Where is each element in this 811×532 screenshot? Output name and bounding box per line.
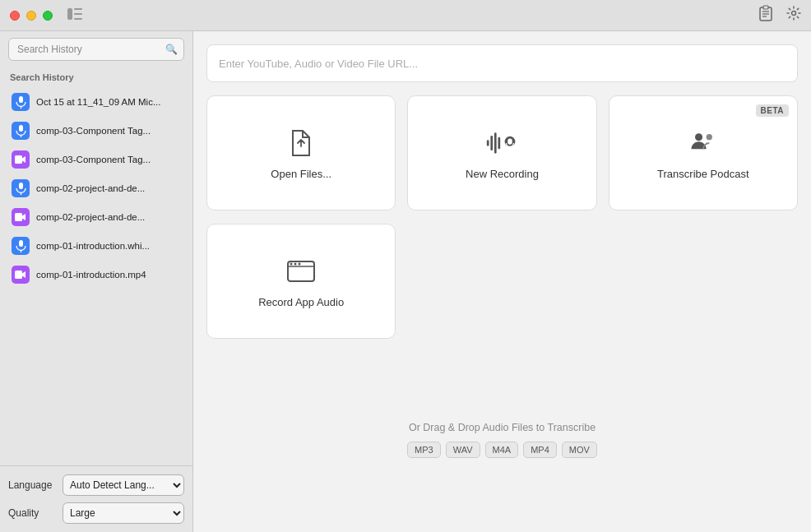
record-app-audio-label: Record App Audio	[258, 296, 344, 308]
sidebar-bottom: Language Auto Detect Lang...EnglishSpani…	[0, 465, 192, 532]
svg-rect-17	[15, 213, 22, 221]
app-window-icon	[285, 255, 317, 288]
svg-rect-21	[487, 140, 489, 146]
close-button[interactable]	[10, 11, 20, 21]
app-icon	[12, 179, 30, 197]
history-item-text: comp-01-introduction.whi...	[36, 241, 181, 251]
svg-point-35	[299, 262, 301, 265]
svg-rect-15	[19, 183, 23, 189]
mic-waveform-icon	[485, 127, 518, 160]
language-select[interactable]: Auto Detect Lang...EnglishSpanishFrenchG…	[63, 474, 184, 496]
url-input-wrap	[206, 44, 798, 82]
empty-card-2	[609, 224, 798, 339]
svg-rect-5	[763, 6, 768, 9]
gear-icon[interactable]	[786, 6, 801, 25]
app-icon	[12, 93, 30, 111]
svg-point-33	[290, 262, 293, 265]
app-icon	[12, 150, 30, 169]
app-icon	[12, 122, 30, 140]
format-badge: MOV	[562, 442, 597, 458]
open-files-label: Open Files...	[271, 168, 331, 180]
svg-rect-2	[74, 13, 82, 15]
cards-row-1: Open Files... New Recording	[206, 95, 798, 210]
history-list: Oct 15 at 11_41_09 AM Mic... comp-03-Com…	[0, 86, 192, 465]
search-input[interactable]	[8, 38, 184, 61]
drag-drop-text: Or Drag & Drop Audio Files to Transcribe	[409, 422, 596, 433]
svg-rect-23	[494, 132, 497, 153]
quality-label: Quality	[8, 507, 56, 519]
svg-rect-20	[15, 271, 22, 279]
sidebar: 🔍 Search History Oct 15 at 11_41_09 AM M…	[0, 31, 193, 532]
search-history-label: Search History	[0, 67, 192, 86]
file-icon	[285, 127, 317, 160]
format-badge: M4A	[485, 442, 519, 458]
svg-point-9	[792, 12, 796, 16]
history-item-text: comp-02-project-and-de...	[36, 212, 181, 222]
app-icon	[12, 208, 30, 226]
history-item-text: Oct 15 at 11_41_09 AM Mic...	[36, 97, 181, 107]
format-badge: MP4	[523, 442, 557, 458]
svg-rect-24	[498, 136, 501, 149]
quality-select[interactable]: TinyBaseSmallMediumLarge	[63, 502, 184, 524]
search-bar: 🔍	[8, 38, 184, 61]
transcribe-podcast-label: Transcribe Podcast	[657, 168, 749, 180]
drag-drop-area: Or Drag & Drop Audio Files to Transcribe…	[206, 352, 798, 519]
sidebar-toggle-button[interactable]	[67, 8, 82, 23]
svg-rect-10	[19, 96, 23, 103]
history-item-text: comp-03-Component Tag...	[36, 126, 181, 136]
svg-rect-14	[15, 155, 22, 164]
svg-rect-12	[19, 125, 23, 132]
transcribe-podcast-card[interactable]: BETA Transcribe Podcast	[609, 95, 798, 210]
history-item[interactable]: comp-03-Component Tag...	[3, 146, 189, 173]
history-item[interactable]: comp-02-project-and-de...	[3, 203, 189, 231]
podcast-icon	[687, 127, 720, 160]
open-files-card[interactable]: Open Files...	[206, 95, 396, 210]
language-label: Language	[8, 479, 56, 491]
empty-card-1	[407, 224, 596, 339]
svg-rect-3	[74, 18, 82, 20]
titlebar-actions	[758, 5, 801, 25]
quality-control: Quality TinyBaseSmallMediumLarge	[8, 502, 184, 524]
svg-rect-22	[491, 135, 494, 150]
history-item[interactable]: Oct 15 at 11_41_09 AM Mic...	[3, 88, 189, 116]
svg-rect-1	[74, 8, 82, 10]
history-item[interactable]: comp-02-project-and-de...	[3, 174, 189, 202]
beta-badge: BETA	[756, 104, 789, 117]
history-item-text: comp-01-introduction.mp4	[36, 270, 181, 280]
new-recording-card[interactable]: New Recording	[407, 95, 596, 210]
history-item[interactable]: comp-01-introduction.whi...	[3, 232, 189, 260]
history-item[interactable]: comp-01-introduction.mp4	[3, 261, 189, 289]
svg-point-29	[695, 133, 702, 141]
language-control: Language Auto Detect Lang...EnglishSpani…	[8, 474, 184, 496]
format-badges: MP3WAVM4AMP4MOV	[407, 442, 597, 458]
history-item-text: comp-02-project-and-de...	[36, 183, 181, 193]
svg-point-30	[706, 134, 711, 140]
format-badge: MP3	[407, 442, 441, 458]
svg-rect-0	[67, 8, 72, 20]
clipboard-icon[interactable]	[758, 5, 773, 25]
record-app-audio-card[interactable]: Record App Audio	[206, 224, 396, 339]
main-content: Open Files... New Recording	[193, 31, 811, 532]
url-input[interactable]	[219, 45, 786, 81]
maximize-button[interactable]	[43, 11, 53, 21]
minimize-button[interactable]	[26, 11, 36, 21]
app-icon	[12, 237, 30, 255]
app-icon	[12, 266, 30, 284]
svg-rect-18	[19, 240, 23, 247]
svg-rect-26	[508, 138, 512, 144]
history-item[interactable]: comp-03-Component Tag...	[3, 117, 189, 145]
format-badge: WAV	[446, 442, 480, 458]
cards-row-2: Record App Audio	[206, 224, 798, 339]
new-recording-label: New Recording	[466, 168, 539, 180]
app-body: 🔍 Search History Oct 15 at 11_41_09 AM M…	[0, 31, 811, 532]
titlebar	[0, 0, 811, 31]
history-item-text: comp-03-Component Tag...	[36, 155, 181, 164]
svg-point-34	[294, 262, 297, 265]
